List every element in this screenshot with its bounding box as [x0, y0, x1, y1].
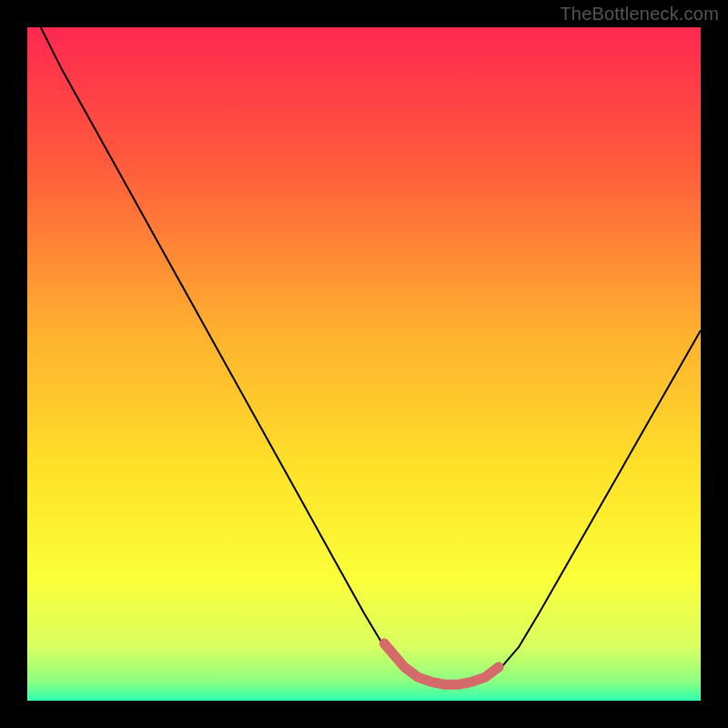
- watermark-text: TheBottleneck.com: [560, 4, 719, 25]
- gradient-background: [27, 27, 701, 701]
- chart-svg: [27, 27, 701, 701]
- chart-container: TheBottleneck.com: [0, 0, 728, 728]
- plot-area: [27, 27, 701, 701]
